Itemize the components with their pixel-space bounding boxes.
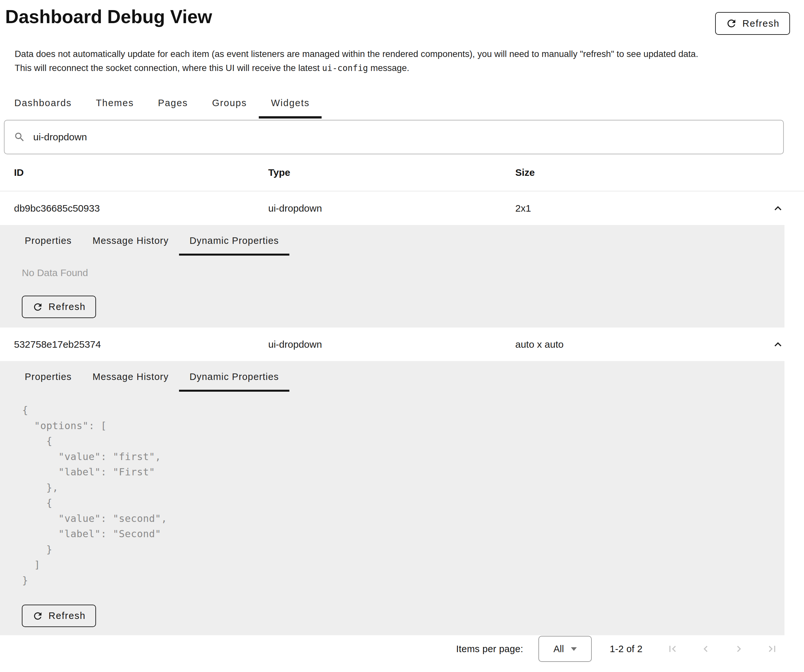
first-page-button[interactable]: [656, 636, 689, 662]
row-2-tab-dynamic-properties[interactable]: Dynamic Properties: [179, 361, 289, 392]
chevron-up-icon: [771, 201, 785, 215]
previous-page-button[interactable]: [689, 636, 722, 662]
paginator: Items per page: All 1-2 of 2: [0, 635, 804, 662]
row-1-tab-message-history[interactable]: Message History: [82, 225, 179, 256]
last-page-icon: [766, 643, 778, 655]
pager-buttons: [656, 636, 789, 662]
row-1-tab-properties[interactable]: Properties: [14, 225, 82, 256]
search-input[interactable]: [33, 131, 775, 143]
search-icon: [14, 131, 25, 143]
row-1-detail-tab-bar: Properties Message History Dynamic Prope…: [0, 225, 784, 256]
refresh-icon: [32, 610, 43, 621]
tab-widgets[interactable]: Widgets: [259, 88, 322, 118]
row-1-id: db9bc36685c50933: [0, 203, 268, 214]
column-header-id: ID: [0, 167, 268, 178]
refresh-button[interactable]: Refresh: [715, 12, 790, 35]
row-1-refresh-button[interactable]: Refresh: [22, 296, 96, 318]
refresh-button-label: Refresh: [49, 301, 86, 312]
row-2-type: ui-dropdown: [268, 339, 515, 350]
row-2-tab-message-history[interactable]: Message History: [82, 361, 179, 392]
no-data-message: No Data Found: [22, 267, 784, 278]
row-2-detail-tab-bar: Properties Message History Dynamic Prope…: [0, 361, 784, 392]
page-title: Dashboard Debug View: [0, 0, 804, 27]
chevron-up-icon: [771, 338, 785, 351]
search-field: [4, 120, 784, 154]
refresh-icon: [32, 301, 43, 312]
tab-dashboards[interactable]: Dashboards: [2, 88, 84, 118]
description-line-2: This will reconnect the socket connectio…: [15, 63, 322, 73]
dashboard-debug-page: Dashboard Debug View Refresh Data does n…: [0, 0, 804, 672]
refresh-button-label: Refresh: [49, 610, 86, 621]
items-per-page-label: Items per page:: [456, 644, 523, 654]
row-2-refresh-button[interactable]: Refresh: [22, 605, 96, 627]
description-line-1: Data does not automatically update for e…: [15, 49, 698, 59]
last-page-button[interactable]: [755, 636, 789, 662]
table-row-1[interactable]: db9bc36685c50933 ui-dropdown 2x1: [0, 191, 804, 225]
tab-themes[interactable]: Themes: [84, 88, 146, 118]
dropdown-arrow-icon: [571, 647, 577, 651]
description: Data does not automatically update for e…: [15, 47, 804, 75]
row-1-type: ui-dropdown: [268, 203, 515, 214]
row-2-tab-properties[interactable]: Properties: [14, 361, 82, 392]
row-2-id: 532758e17eb25374: [0, 339, 268, 350]
column-header-size: Size: [515, 167, 752, 178]
next-page-button[interactable]: [722, 636, 755, 662]
row-1-collapse-button[interactable]: [771, 201, 785, 215]
row-2-collapse-button[interactable]: [771, 338, 785, 351]
column-header-type: Type: [268, 167, 515, 178]
row-1-detail-panel: Properties Message History Dynamic Prope…: [0, 225, 784, 327]
refresh-button-label: Refresh: [742, 18, 779, 29]
page-size-value: All: [553, 644, 564, 654]
row-2-detail-panel: Properties Message History Dynamic Prope…: [0, 361, 784, 635]
refresh-icon: [726, 18, 737, 29]
chevron-left-icon: [699, 643, 712, 655]
table-row-2[interactable]: 532758e17eb25374 ui-dropdown auto x auto: [0, 327, 804, 361]
description-line-2-suffix: message.: [368, 63, 409, 73]
page-size-select[interactable]: All: [538, 636, 592, 662]
tab-groups[interactable]: Groups: [200, 88, 259, 118]
row-1-tab-dynamic-properties[interactable]: Dynamic Properties: [179, 225, 289, 256]
first-page-icon: [666, 643, 679, 655]
ui-config-code: ui-config: [322, 63, 368, 73]
row-2-size: auto x auto: [515, 339, 752, 350]
page-range-label: 1-2 of 2: [610, 644, 642, 654]
row-1-size: 2x1: [515, 203, 752, 214]
chevron-right-icon: [733, 643, 745, 655]
main-tab-bar: Dashboards Themes Pages Groups Widgets: [2, 88, 804, 118]
dynamic-properties-json: { "options": [ { "value": "first", "labe…: [22, 402, 784, 588]
table-header: ID Type Size: [0, 154, 804, 191]
tab-pages[interactable]: Pages: [146, 88, 200, 118]
